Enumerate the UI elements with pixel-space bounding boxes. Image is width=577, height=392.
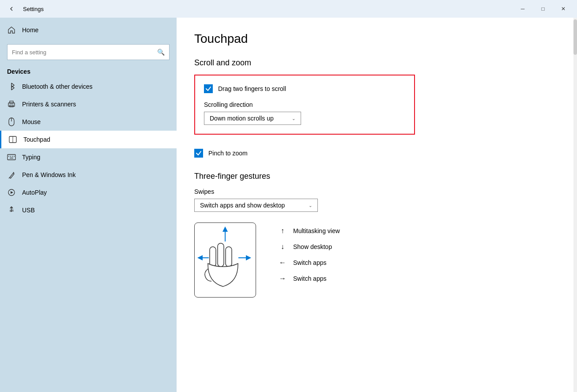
sidebar-item-autoplay-label: AutoPlay bbox=[22, 189, 47, 196]
scrolling-direction-dropdown[interactable]: Down motion scrolls up ⌄ bbox=[204, 112, 301, 125]
sidebar-item-home[interactable]: Home bbox=[0, 21, 177, 39]
chevron-down-icon: ⌄ bbox=[292, 116, 295, 121]
sidebar-item-usb-label: USB bbox=[22, 207, 35, 214]
sidebar-item-pen[interactable]: Pen & Windows Ink bbox=[0, 166, 177, 184]
drag-scroll-label: Drag two fingers to scroll bbox=[218, 85, 286, 92]
drag-scroll-checkbox[interactable] bbox=[204, 84, 213, 93]
search-box[interactable]: 🔍 bbox=[7, 44, 170, 60]
sidebar-item-home-label: Home bbox=[22, 26, 38, 34]
autoplay-icon bbox=[7, 188, 16, 197]
scroll-zoom-highlight: Drag two fingers to scroll Scrolling dir… bbox=[194, 75, 415, 135]
scrollbar-track bbox=[573, 18, 577, 392]
close-button[interactable]: ✕ bbox=[553, 0, 573, 18]
sidebar-item-autoplay[interactable]: AutoPlay bbox=[0, 184, 177, 201]
pinch-zoom-row: Pinch to zoom bbox=[194, 149, 559, 158]
swipes-label: Swipes bbox=[194, 188, 559, 195]
sidebar-item-touchpad-label: Touchpad bbox=[23, 136, 50, 143]
chevron-down-icon-2: ⌄ bbox=[309, 203, 312, 208]
down-arrow-icon: ↓ bbox=[278, 243, 287, 251]
content-area: Touchpad Scroll and zoom Drag two finger… bbox=[177, 18, 577, 392]
sidebar-item-mouse-label: Mouse bbox=[22, 118, 41, 125]
legend-left: ← Switch apps bbox=[278, 259, 340, 267]
back-button[interactable] bbox=[5, 3, 18, 15]
svg-rect-25 bbox=[218, 243, 224, 267]
sidebar-item-typing-label: Typing bbox=[22, 154, 40, 161]
legend-down-label: Show desktop bbox=[293, 243, 332, 250]
svg-rect-18 bbox=[10, 210, 11, 211]
legend-up: ↑ Multitasking view bbox=[278, 227, 340, 235]
three-finger-section: Three-finger gestures Swipes Switch apps… bbox=[194, 172, 559, 298]
legend-right: → Switch apps bbox=[278, 275, 340, 283]
usb-icon bbox=[7, 206, 16, 215]
sidebar-item-bluetooth-label: Bluetooth & other devices bbox=[22, 83, 93, 90]
sidebar-item-printers[interactable]: Printers & scanners bbox=[0, 95, 177, 113]
main-layout: Home 🔍 Devices Bluetooth & other devices… bbox=[0, 18, 577, 392]
keyboard-icon bbox=[7, 153, 16, 162]
sidebar-item-usb[interactable]: USB bbox=[0, 201, 177, 219]
pinch-zoom-checkbox[interactable] bbox=[194, 149, 203, 158]
titlebar-left: Settings bbox=[5, 3, 44, 15]
sidebar-item-pen-label: Pen & Windows Ink bbox=[22, 171, 75, 178]
window-controls: ─ □ ✕ bbox=[513, 0, 573, 18]
svg-rect-7 bbox=[8, 155, 15, 160]
gesture-legend: ↑ Multitasking view ↓ Show desktop ← Swi… bbox=[278, 222, 340, 283]
pinch-zoom-label: Pinch to zoom bbox=[208, 150, 248, 157]
minimize-button[interactable]: ─ bbox=[513, 0, 533, 18]
scrollbar-thumb[interactable] bbox=[573, 19, 577, 55]
up-arrow-icon: ↑ bbox=[278, 227, 287, 235]
three-finger-title: Three-finger gestures bbox=[194, 172, 559, 181]
pen-icon bbox=[7, 170, 16, 179]
sidebar: Home 🔍 Devices Bluetooth & other devices… bbox=[0, 18, 177, 392]
devices-section-label: Devices bbox=[0, 64, 177, 78]
legend-left-label: Switch apps bbox=[293, 259, 326, 266]
svg-rect-24 bbox=[210, 247, 216, 267]
swipes-dropdown[interactable]: Switch apps and show desktop ⌄ bbox=[194, 199, 318, 212]
search-input[interactable] bbox=[12, 49, 157, 56]
sidebar-item-printers-label: Printers & scanners bbox=[22, 101, 76, 108]
scrolling-dropdown-value: Down motion scrolls up bbox=[210, 115, 292, 122]
sidebar-item-bluetooth[interactable]: Bluetooth & other devices bbox=[0, 78, 177, 95]
page-title: Touchpad bbox=[194, 32, 559, 46]
maximize-button[interactable]: □ bbox=[533, 0, 553, 18]
gesture-diagram bbox=[194, 222, 256, 298]
titlebar: Settings ─ □ ✕ bbox=[0, 0, 577, 18]
svg-marker-14 bbox=[11, 191, 13, 194]
legend-down: ↓ Show desktop bbox=[278, 243, 340, 251]
scrolling-direction-label: Scrolling direction bbox=[204, 101, 405, 108]
svg-rect-26 bbox=[226, 247, 232, 267]
search-icon: 🔍 bbox=[157, 49, 165, 56]
bluetooth-icon bbox=[7, 82, 16, 91]
svg-rect-2 bbox=[10, 105, 13, 107]
printer-icon bbox=[7, 100, 16, 109]
swipes-dropdown-value: Switch apps and show desktop bbox=[200, 202, 309, 209]
legend-up-label: Multitasking view bbox=[293, 227, 340, 234]
legend-right-label: Switch apps bbox=[293, 275, 326, 282]
mouse-icon bbox=[7, 117, 16, 126]
app-title: Settings bbox=[23, 6, 44, 12]
drag-scroll-row: Drag two fingers to scroll bbox=[204, 84, 405, 93]
right-arrow-icon: → bbox=[278, 275, 287, 283]
sidebar-item-typing[interactable]: Typing bbox=[0, 148, 177, 166]
scroll-zoom-section: Scroll and zoom Drag two fingers to scro… bbox=[194, 58, 559, 158]
gesture-section: ↑ Multitasking view ↓ Show desktop ← Swi… bbox=[194, 222, 559, 298]
sidebar-item-mouse[interactable]: Mouse bbox=[0, 113, 177, 131]
home-icon bbox=[7, 26, 16, 34]
sidebar-item-touchpad[interactable]: Touchpad bbox=[0, 131, 177, 148]
touchpad-icon bbox=[8, 135, 17, 144]
left-arrow-icon: ← bbox=[278, 259, 287, 267]
scroll-zoom-title: Scroll and zoom bbox=[194, 58, 559, 68]
